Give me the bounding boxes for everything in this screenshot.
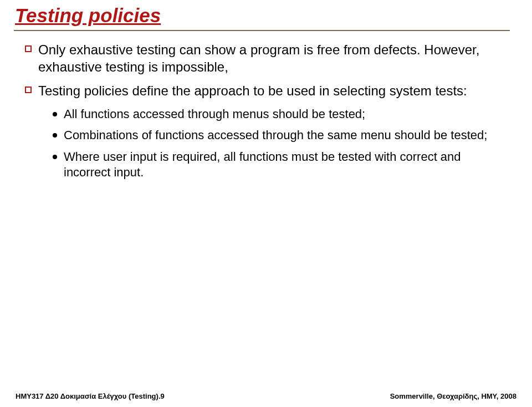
dot-bullet-icon [53, 133, 57, 138]
sub-bullet-text: All functions accessed through menus sho… [64, 106, 365, 123]
sub-bullet-text: Combinations of functions accessed throu… [64, 128, 487, 144]
bullet-text: Testing policies define the approach to … [38, 82, 467, 99]
slide-container: Testing policies Only exhaustive testing… [0, 0, 532, 407]
dot-bullet-icon [53, 112, 57, 116]
square-bullet-icon [25, 87, 32, 93]
main-content: Only exhaustive testing can show a progr… [14, 41, 510, 181]
bullet-item: Only exhaustive testing can show a progr… [25, 41, 510, 75]
square-bullet-icon [25, 45, 32, 52]
footer-left: ΗΜΥ317 Δ20 Δοκιμασία Ελέγχου (Testing).9 [16, 392, 165, 400]
bullet-item: Testing policies define the approach to … [25, 82, 510, 99]
slide-title: Testing policies [14, 4, 510, 27]
sub-bullet-item: All functions accessed through menus sho… [53, 106, 510, 123]
sub-content: All functions accessed through menus sho… [25, 106, 510, 181]
sub-bullet-text: Where user input is required, all functi… [64, 149, 510, 181]
slide-footer: ΗΜΥ317 Δ20 Δοκιμασία Ελέγχου (Testing).9… [0, 392, 532, 400]
sub-bullet-item: Where user input is required, all functi… [53, 149, 510, 181]
sub-bullet-item: Combinations of functions accessed throu… [53, 128, 510, 144]
title-underline [14, 30, 510, 31]
footer-right: Sommerville, Θεοχαρίδης, ΗΜΥ, 2008 [390, 392, 516, 400]
bullet-text: Only exhaustive testing can show a progr… [38, 41, 510, 75]
dot-bullet-icon [53, 155, 57, 159]
